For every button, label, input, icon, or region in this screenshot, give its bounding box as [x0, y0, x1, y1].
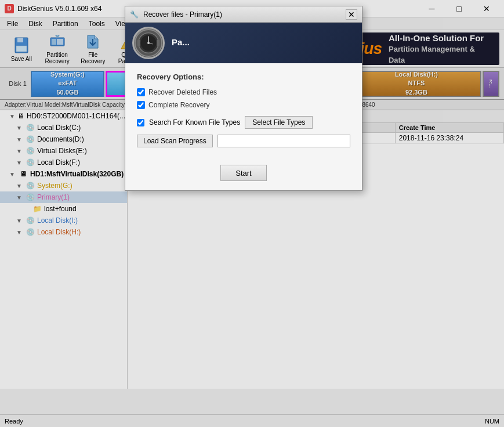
dialog-header-icon: [132, 27, 165, 59]
dialog-header-text: Pa...: [172, 37, 190, 49]
start-button[interactable]: Start: [220, 165, 267, 181]
dialog-header-title: Pa...: [172, 37, 190, 47]
dialog-title-left: 🔧 Recover files - Primary(1): [130, 10, 222, 19]
dialog-header-area: Pa...: [125, 23, 362, 63]
dialog-title-text: Recover files - Primary(1): [143, 10, 222, 19]
recover-dialog: 🔧 Recover files - Primary(1) ✕: [125, 6, 362, 191]
dialog-titlebar: 🔧 Recover files - Primary(1) ✕: [125, 6, 362, 23]
complete-recovery-label[interactable]: Complete Recovery: [148, 101, 209, 109]
search-known-checkbox[interactable]: [137, 119, 144, 126]
dialog-body: Recovery Options: Recover Deleted Files …: [125, 63, 362, 160]
recovery-options-label: Recovery Options:: [137, 73, 350, 81]
svg-rect-33: [157, 39, 159, 46]
dialog-title-icon: 🔧: [130, 10, 139, 19]
complete-recovery-checkbox[interactable]: [137, 101, 145, 109]
scan-progress-input[interactable]: [217, 135, 350, 147]
select-file-types-button[interactable]: Select File Types: [245, 116, 313, 129]
search-known-row: Search For Known File Types Select File …: [137, 116, 350, 129]
dialog-close-button[interactable]: ✕: [346, 9, 357, 20]
recover-deleted-row: Recover Deleted Files: [137, 88, 350, 96]
dialog-footer: Start: [125, 160, 362, 190]
load-scan-row: Load Scan Progress: [137, 135, 350, 147]
modal-overlay: 🔧 Recover files - Primary(1) ✕: [0, 0, 504, 427]
recover-deleted-label[interactable]: Recover Deleted Files: [148, 88, 217, 96]
load-scan-button[interactable]: Load Scan Progress: [137, 135, 213, 147]
recover-deleted-checkbox[interactable]: [137, 88, 145, 96]
svg-rect-32: [137, 39, 140, 46]
complete-recovery-row: Complete Recovery: [137, 101, 350, 109]
svg-point-31: [147, 42, 150, 44]
search-known-label[interactable]: Search For Known File Types: [149, 118, 240, 126]
